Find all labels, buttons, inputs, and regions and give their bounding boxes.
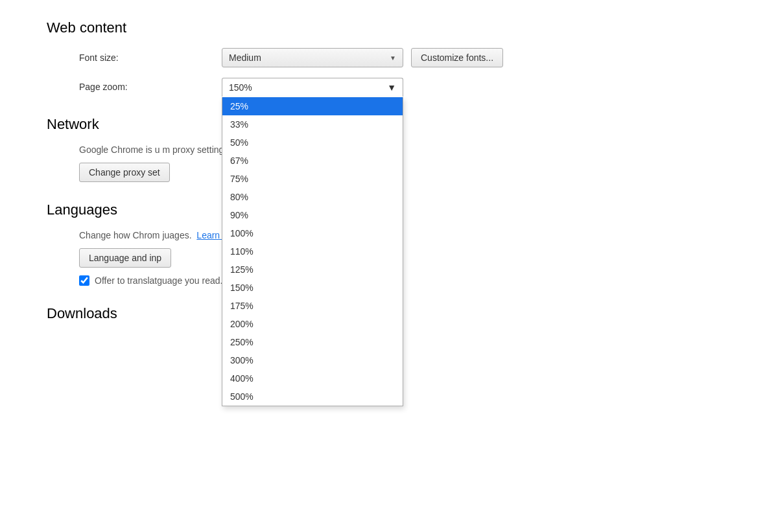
zoom-option[interactable]: 150% xyxy=(222,279,403,297)
zoom-option[interactable]: 25% xyxy=(222,97,403,115)
zoom-option[interactable]: 175% xyxy=(222,297,403,315)
zoom-option[interactable]: 400% xyxy=(222,369,403,387)
zoom-option[interactable]: 100% xyxy=(222,224,403,242)
customize-fonts-button[interactable]: Customize fonts... xyxy=(411,48,503,67)
font-size-dropdown[interactable]: Medium ▼ xyxy=(222,48,403,67)
language-input-button[interactable]: Language and inp xyxy=(79,248,171,268)
font-size-arrow-icon: ▼ xyxy=(390,54,396,62)
zoom-option[interactable]: 80% xyxy=(222,188,403,206)
zoom-arrow-icon: ▼ xyxy=(387,82,396,93)
zoom-dropdown-trigger[interactable]: 150% ▼ xyxy=(222,78,403,97)
zoom-option[interactable]: 110% xyxy=(222,242,403,260)
zoom-option[interactable]: 250% xyxy=(222,333,403,351)
web-content-title: Web content xyxy=(47,19,731,36)
translate-checkbox[interactable] xyxy=(79,275,89,286)
page-zoom-row: Page zoom: 150% ▼ 25%33%50%67%75%80%90%1… xyxy=(47,78,731,97)
lang-desc-start: Change how Chrom xyxy=(79,230,160,240)
zoom-option[interactable]: 90% xyxy=(222,206,403,224)
zoom-option[interactable]: 125% xyxy=(222,260,403,279)
font-size-value: Medium xyxy=(229,52,261,63)
translate-text-end: guage you read. xyxy=(157,275,222,286)
zoom-option[interactable]: 67% xyxy=(222,152,403,170)
zoom-option[interactable]: 50% xyxy=(222,133,403,152)
zoom-dropdown-container: 150% ▼ 25%33%50%67%75%80%90%100%110%125%… xyxy=(222,78,403,97)
translate-text-start: Offer to translat xyxy=(95,275,157,286)
font-size-row: Font size: Medium ▼ Customize fonts... xyxy=(47,48,731,67)
font-size-dropdown-wrapper: Medium ▼ xyxy=(222,48,403,67)
zoom-current-value: 150% xyxy=(229,82,252,93)
settings-page: Web content Font size: Medium ▼ Customiz… xyxy=(0,0,778,347)
change-proxy-button[interactable]: Change proxy set xyxy=(79,163,170,182)
zoom-dropdown-list: 25%33%50%67%75%80%90%100%110%125%150%175… xyxy=(222,97,403,406)
network-desc-start: Google Chrome is u xyxy=(79,145,160,155)
zoom-option[interactable]: 500% xyxy=(222,387,403,406)
font-size-label: Font size: xyxy=(79,52,222,63)
lang-desc-end: juages. xyxy=(162,230,191,240)
zoom-option[interactable]: 200% xyxy=(222,315,403,333)
zoom-option[interactable]: 33% xyxy=(222,115,403,133)
zoom-option[interactable]: 75% xyxy=(222,170,403,188)
zoom-option[interactable]: 300% xyxy=(222,351,403,369)
page-zoom-label: Page zoom: xyxy=(79,78,222,92)
